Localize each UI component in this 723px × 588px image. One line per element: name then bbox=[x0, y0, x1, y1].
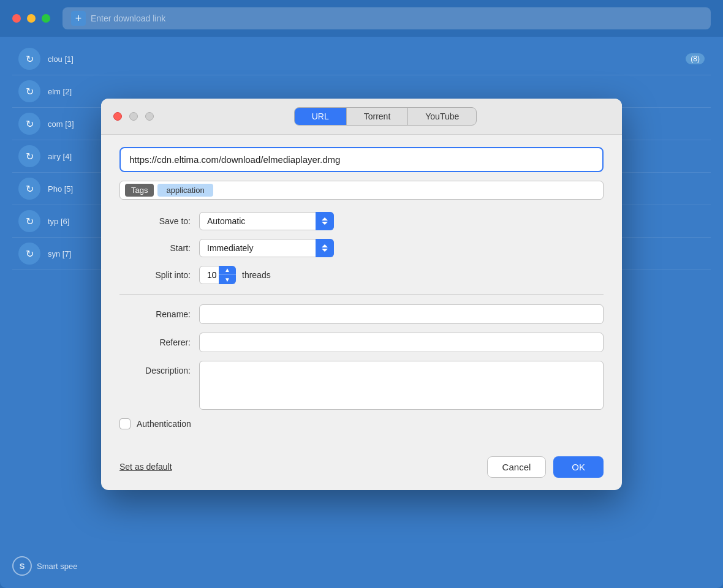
tags-row: Tags application bbox=[119, 181, 604, 200]
start-select-wrap: Immediately bbox=[199, 239, 334, 257]
url-input[interactable] bbox=[119, 147, 604, 172]
cancel-button[interactable]: Cancel bbox=[487, 456, 547, 478]
dialog-dot-zoom[interactable] bbox=[145, 112, 154, 121]
dialog-dot-red[interactable] bbox=[113, 112, 122, 121]
stepper-wrap: ▲ ▼ bbox=[199, 266, 236, 284]
dialog-dot-minimize[interactable] bbox=[129, 112, 138, 121]
stepper-down-button[interactable]: ▼ bbox=[219, 275, 236, 284]
save-to-select-wrap: Automatic bbox=[199, 212, 334, 230]
stepper-up-button[interactable]: ▲ bbox=[219, 266, 236, 276]
url-input-wrap bbox=[119, 147, 604, 172]
start-label: Start: bbox=[119, 243, 199, 253]
description-label: Description: bbox=[119, 361, 199, 375]
split-into-row: Split into: ▲ ▼ threads bbox=[119, 266, 604, 284]
referer-input[interactable] bbox=[199, 333, 604, 352]
auth-label: Authentication bbox=[137, 419, 191, 429]
tags-value: application bbox=[157, 184, 213, 197]
description-row: Description: bbox=[119, 361, 604, 410]
save-to-select[interactable]: Automatic bbox=[199, 212, 334, 230]
rename-input[interactable] bbox=[199, 304, 604, 324]
rename-row: Rename: bbox=[119, 304, 604, 324]
footer-buttons: Cancel OK bbox=[487, 456, 604, 478]
auth-row: Authentication bbox=[119, 418, 604, 429]
stepper-buttons: ▲ ▼ bbox=[219, 266, 236, 284]
start-select[interactable]: Immediately bbox=[199, 239, 334, 257]
description-textarea[interactable] bbox=[199, 361, 604, 410]
ok-button[interactable]: OK bbox=[553, 456, 604, 478]
referer-label: Referer: bbox=[119, 337, 199, 347]
rename-label: Rename: bbox=[119, 309, 199, 319]
referer-row: Referer: bbox=[119, 333, 604, 352]
set-default-button[interactable]: Set as default bbox=[119, 462, 172, 472]
dialog-titlebar: URL Torrent YouTube bbox=[101, 99, 622, 135]
divider bbox=[119, 294, 604, 295]
dialog-footer: Set as default Cancel OK bbox=[101, 456, 622, 490]
save-to-row: Save to: Automatic bbox=[119, 212, 604, 230]
threads-wrap: ▲ ▼ threads bbox=[199, 266, 271, 284]
dialog-body: Tags application Save to: Automatic Star… bbox=[101, 135, 622, 456]
modal-overlay: URL Torrent YouTube Tags application Sav… bbox=[0, 0, 723, 588]
tab-youtube[interactable]: YouTube bbox=[408, 108, 476, 125]
tab-group: URL Torrent YouTube bbox=[294, 107, 477, 126]
start-row: Start: Immediately bbox=[119, 239, 604, 257]
threads-label: threads bbox=[242, 270, 271, 280]
auth-checkbox[interactable] bbox=[119, 418, 131, 429]
tags-label: Tags bbox=[125, 184, 154, 197]
save-to-label: Save to: bbox=[119, 216, 199, 226]
tab-url[interactable]: URL bbox=[295, 108, 347, 125]
dialog: URL Torrent YouTube Tags application Sav… bbox=[101, 99, 622, 490]
split-into-label: Split into: bbox=[119, 270, 199, 280]
tab-torrent[interactable]: Torrent bbox=[347, 108, 409, 125]
